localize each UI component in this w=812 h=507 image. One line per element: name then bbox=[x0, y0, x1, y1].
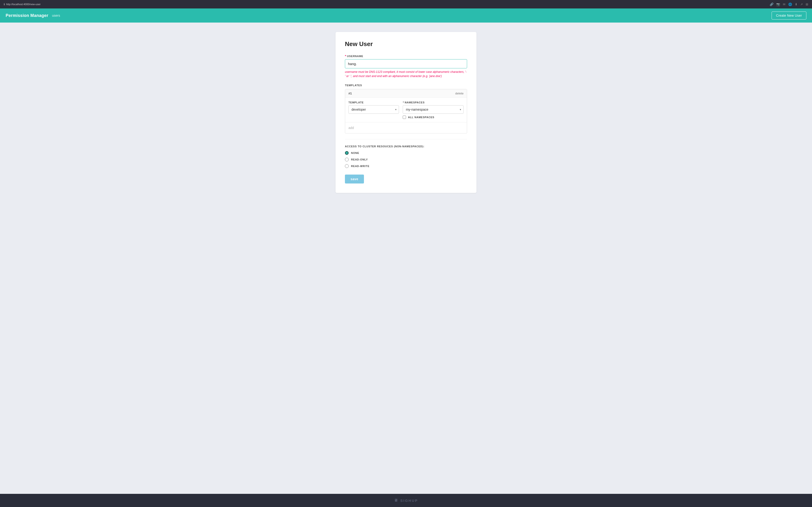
namespace-select-wrapper: my-namespace default kube-system ▾ bbox=[403, 105, 464, 114]
radio-none-label[interactable]: NONE bbox=[351, 152, 359, 154]
nav-users-link[interactable]: users bbox=[52, 14, 60, 17]
footer-brand-icon: 🖥 bbox=[394, 498, 399, 503]
radio-read-only-label[interactable]: READ-ONLY bbox=[351, 158, 368, 161]
access-radio-group: NONE READ-ONLY READ-WRITE bbox=[345, 151, 467, 168]
radio-read-only-input[interactable] bbox=[345, 158, 349, 161]
globe-icon[interactable]: 🌐 bbox=[788, 3, 792, 6]
access-section-label: ACCESS TO CLUSTER RESOUCES (NON-NAMESPAC… bbox=[345, 145, 467, 148]
download-icon[interactable]: ⬇ bbox=[795, 3, 798, 6]
template-row-header: #1 delete bbox=[345, 89, 467, 98]
templates-section: TEMPLATES #1 delete TEMPLATE developer bbox=[345, 84, 467, 133]
template-select[interactable]: developer viewer admin editor bbox=[348, 105, 399, 114]
template-select-wrapper: developer viewer admin editor ▾ bbox=[348, 105, 399, 114]
required-star: * bbox=[345, 54, 346, 58]
create-new-user-button[interactable]: Create New User bbox=[771, 11, 806, 19]
template-field: TEMPLATE developer viewer admin editor ▾ bbox=[348, 101, 399, 114]
all-namespaces-row: ALL NAMESPACES bbox=[403, 116, 464, 119]
namespace-select[interactable]: my-namespace default kube-system bbox=[403, 105, 464, 114]
footer-brand: 🖥 SIGHUP bbox=[394, 498, 418, 503]
username-field-group: * USERNAME username must be DNS-1123 com… bbox=[345, 54, 467, 78]
template-delete-button[interactable]: delete bbox=[455, 92, 464, 95]
footer-brand-label: SIGHUP bbox=[400, 499, 418, 503]
link-icon[interactable]: 🔗 bbox=[770, 3, 773, 6]
save-button[interactable]: save bbox=[345, 175, 364, 183]
namespaces-field-label: * NAMESPACES bbox=[403, 101, 464, 104]
add-template-button[interactable]: add bbox=[348, 126, 354, 130]
form-title: New User bbox=[345, 41, 467, 48]
main-content: New User * USERNAME username must be DNS… bbox=[0, 22, 812, 494]
browser-bar: ℹ http://localhost:4000/new-user 🔗 📷 ✉ 🌐… bbox=[0, 0, 812, 8]
namespaces-label-text: NAMESPACES bbox=[405, 101, 425, 104]
username-label-text: USERNAME bbox=[347, 55, 363, 58]
access-section: ACCESS TO CLUSTER RESOUCES (NON-NAMESPAC… bbox=[345, 145, 467, 168]
header-left: Permission Manager users bbox=[6, 13, 60, 18]
radio-read-write-input[interactable] bbox=[345, 164, 349, 168]
namespace-field: * NAMESPACES my-namespace default kube-s… bbox=[403, 101, 464, 119]
radio-none-input[interactable] bbox=[345, 151, 349, 155]
app-header: Permission Manager users Create New User bbox=[0, 8, 812, 22]
template-row-body: TEMPLATE developer viewer admin editor ▾ bbox=[345, 98, 467, 122]
browser-url-bar: ℹ http://localhost:4000/new-user bbox=[4, 3, 768, 6]
radio-read-write-label[interactable]: READ-WRITE bbox=[351, 165, 369, 168]
add-template-row: add bbox=[345, 122, 467, 133]
templates-label: TEMPLATES bbox=[345, 84, 467, 87]
footer: 🖥 SIGHUP bbox=[0, 494, 812, 507]
radio-read-only: READ-ONLY bbox=[345, 158, 467, 161]
browser-info-icon: ℹ bbox=[4, 3, 5, 6]
radio-read-write: READ-WRITE bbox=[345, 164, 467, 168]
app-title: Permission Manager bbox=[6, 13, 48, 18]
templates-box: #1 delete TEMPLATE developer viewer admi… bbox=[345, 89, 467, 133]
browser-url: http://localhost:4000/new-user bbox=[6, 3, 41, 6]
username-input[interactable] bbox=[345, 59, 467, 68]
username-label: * USERNAME bbox=[345, 54, 467, 58]
mail-icon[interactable]: ✉ bbox=[783, 3, 786, 6]
new-user-form-card: New User * USERNAME username must be DNS… bbox=[336, 32, 476, 193]
browser-toolbar-icons: 🔗 📷 ✉ 🌐 ⬇ ↗ ⊞ bbox=[770, 3, 808, 6]
username-error-message: username must be DNS-1123 compliant, it … bbox=[345, 70, 467, 78]
ns-required-star: * bbox=[403, 101, 404, 104]
camera-icon[interactable]: 📷 bbox=[776, 3, 780, 6]
all-namespaces-checkbox[interactable] bbox=[403, 116, 406, 119]
all-namespaces-label[interactable]: ALL NAMESPACES bbox=[408, 116, 434, 119]
grid-icon[interactable]: ⊞ bbox=[806, 3, 808, 6]
export-icon[interactable]: ↗ bbox=[800, 3, 803, 6]
template-row-number: #1 bbox=[348, 92, 352, 95]
radio-none: NONE bbox=[345, 151, 467, 155]
template-field-label: TEMPLATE bbox=[348, 101, 399, 104]
